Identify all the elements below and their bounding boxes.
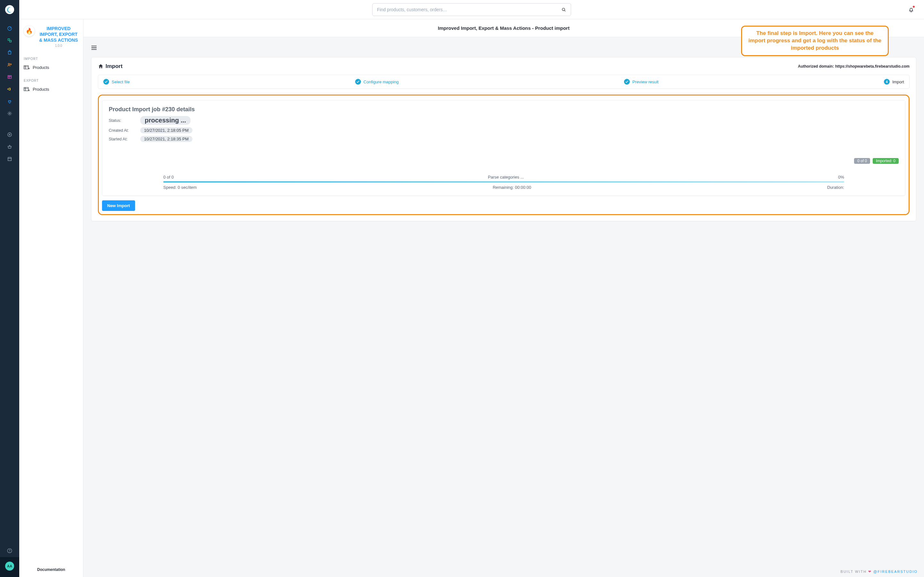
gauge-icon[interactable] <box>0 23 19 34</box>
help-icon[interactable] <box>0 545 19 556</box>
app-logo[interactable] <box>0 0 19 19</box>
home-icon <box>98 63 103 69</box>
import-job-card: Product Import job #230 details Status: … <box>102 100 905 196</box>
tutorial-callout: The final step is Import. Here you can s… <box>741 26 889 56</box>
svg-point-0 <box>5 5 14 14</box>
step-import[interactable]: 4 Import <box>884 79 904 85</box>
started-at-value: 10/27/2021, 2:18:35 PM <box>140 136 192 142</box>
built-with-footer: BUILT WITH ❤ @FIREBEARSTUDIO <box>841 570 918 574</box>
megaphone-icon[interactable] <box>0 83 19 95</box>
basket-icon[interactable] <box>0 141 19 153</box>
svg-rect-6 <box>8 76 11 79</box>
module-title: IMPROVED IMPORT, EXPORT & MASS ACTIONS <box>39 26 79 43</box>
tutorial-highlight: Product Import job #230 details Status: … <box>98 95 909 215</box>
table-icon <box>24 87 29 91</box>
import-stepper: Select file Configure mapping Preview re… <box>98 75 909 89</box>
svg-point-11 <box>562 8 565 11</box>
imported-chip: Imported: 0 <box>873 158 899 164</box>
boxes-icon[interactable] <box>0 35 19 46</box>
module-sidebar: 🔥 IMPROVED IMPORT, EXPORT & MASS ACTIONS… <box>19 19 83 577</box>
check-icon <box>355 79 361 85</box>
notification-dot <box>913 6 915 8</box>
svg-rect-14 <box>24 87 29 91</box>
progress-speed: Speed: 0 sec/item <box>163 185 197 190</box>
svg-point-5 <box>10 64 11 65</box>
notifications-button[interactable] <box>908 6 914 13</box>
gear-icon[interactable] <box>0 108 19 119</box>
store-icon[interactable] <box>0 153 19 165</box>
created-at-label: Created At: <box>109 128 137 133</box>
search-icon[interactable] <box>561 7 566 12</box>
started-at-label: Started At: <box>109 137 137 141</box>
svg-point-4 <box>8 63 10 65</box>
svg-rect-3 <box>10 40 11 42</box>
plug-icon[interactable] <box>0 95 19 107</box>
count-chip: 0 of 0 <box>854 158 870 164</box>
breadcrumb-text: Improved Import, Export & Mass Actions -… <box>438 25 569 31</box>
check-icon <box>103 79 109 85</box>
created-at-value: 10/27/2021, 2:18:05 PM <box>140 127 192 133</box>
job-title: Product Import job #230 details <box>109 106 899 113</box>
firebear-link[interactable]: @FIREBEARSTUDIO <box>873 570 918 574</box>
step-label: Preview result <box>632 79 659 84</box>
authorized-domain: Authorized domain: https://shopwarebeta.… <box>798 64 909 69</box>
module-version: 1.0.0 <box>39 44 79 47</box>
step-label: Import <box>892 79 904 84</box>
collapse-sidebar-button[interactable] <box>91 45 97 51</box>
heart-icon: ❤ <box>868 570 872 574</box>
users-icon[interactable] <box>0 59 19 71</box>
sidebar-item-label: Products <box>33 65 49 70</box>
sidebar-section-export: EXPORT <box>19 73 83 84</box>
page-title: Import <box>105 63 123 69</box>
progress-phase: Parse categories ... <box>488 175 524 179</box>
sidebar-section-import: IMPORT <box>19 51 83 63</box>
new-import-button[interactable]: New Import <box>102 200 135 211</box>
nav-rail: AA <box>0 0 19 577</box>
global-search[interactable] <box>372 3 571 16</box>
content-icon[interactable] <box>0 71 19 83</box>
progress-count: 0 of 0 <box>163 175 174 179</box>
svg-point-7 <box>9 113 11 114</box>
step-configure-mapping[interactable]: Configure mapping <box>355 79 399 85</box>
svg-point-13 <box>29 68 29 69</box>
module-logo: 🔥 <box>24 26 35 37</box>
sidebar-item-export-products[interactable]: Products <box>19 84 83 94</box>
svg-rect-12 <box>24 66 29 69</box>
progress-percent: 0% <box>838 175 844 179</box>
svg-rect-2 <box>8 39 10 40</box>
check-icon <box>624 79 630 85</box>
sidebar-item-import-products[interactable]: Products <box>19 63 83 73</box>
svg-point-15 <box>29 90 29 91</box>
progress-remaining: Remaining: 00:00:00 <box>493 185 531 190</box>
plus-circle-icon[interactable] <box>0 129 19 140</box>
step-preview-result[interactable]: Preview result <box>624 79 659 85</box>
step-label: Configure mapping <box>363 79 399 84</box>
status-badge: processing ... <box>140 116 191 125</box>
user-avatar[interactable]: AA <box>5 562 14 571</box>
sidebar-item-label: Products <box>33 87 49 92</box>
progress-section: 0 of 0 Parse categories ... 0% Speed: 0 … <box>163 175 844 190</box>
step-select-file[interactable]: Select file <box>103 79 129 85</box>
main-content: Import Authorized domain: https://shopwa… <box>83 37 924 577</box>
progress-duration: Duration: <box>827 185 844 190</box>
step-label: Select file <box>111 79 129 84</box>
search-input[interactable] <box>377 7 558 12</box>
table-icon <box>24 65 29 69</box>
step-number-badge: 4 <box>884 79 890 85</box>
status-label: Status: <box>109 118 137 123</box>
top-bar <box>19 0 924 19</box>
documentation-link[interactable]: Documentation <box>19 562 83 577</box>
progress-bar <box>163 181 844 182</box>
bag-icon[interactable] <box>0 47 19 58</box>
